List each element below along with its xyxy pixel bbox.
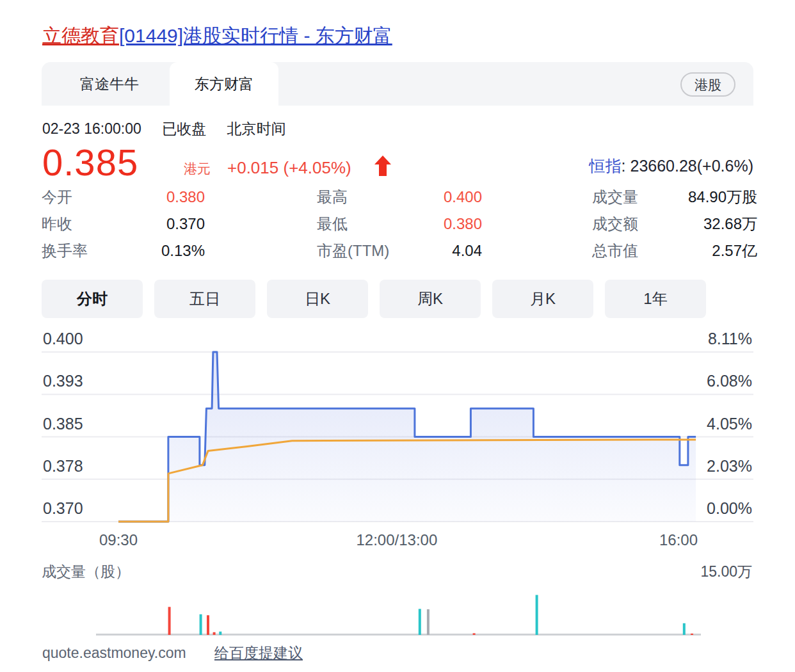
volume-chart[interactable] [42, 584, 753, 638]
y-axis-right-tick: 4.05% [707, 415, 752, 433]
stat-value: 0.13% [161, 242, 205, 260]
timezone-label: 北京时间 [227, 120, 286, 137]
stat-open: 今开 0.380 [42, 187, 205, 214]
market-status: 已收盘 [162, 120, 206, 137]
period-weekly[interactable]: 周K [380, 280, 481, 318]
stat-turnover-rate: 换手率 0.13% [42, 241, 205, 268]
y-axis-right-tick: 8.11% [708, 330, 752, 348]
stat-value: 0.370 [166, 215, 205, 233]
x-axis-tick: 09:30 [99, 531, 138, 548]
feedback-link[interactable]: 给百度提建议 [214, 644, 303, 661]
stats-col-2: 最高 0.400 最低 0.380 市盈(TTM) 4.04 [317, 187, 482, 268]
period-monthly[interactable]: 月K [492, 280, 593, 318]
y-axis-left-tick: 0.393 [43, 372, 83, 390]
index-value: : 23660.28(+0.6%) [622, 157, 753, 175]
y-axis-right-tick: 0.00% [707, 499, 752, 517]
y-axis-left-tick: 0.400 [43, 330, 83, 348]
volume-scale-label: 15.00万 [700, 562, 752, 582]
y-axis-left-tick: 0.385 [43, 415, 83, 433]
stats-col-3: 成交量 84.90万股 成交额 32.68万 总市值 2.57亿 [592, 187, 757, 268]
stat-value: 0.380 [444, 215, 482, 233]
stat-volume: 成交量 84.90万股 [592, 187, 757, 214]
volume-chart-svg [42, 584, 753, 638]
volume-bar [168, 607, 171, 635]
price-row: 0.385 港元 +0.015 (+4.05%) 恒指: 23660.28(+0… [42, 140, 753, 182]
stat-label: 昨收 [42, 214, 103, 234]
stat-label: 最低 [317, 214, 378, 234]
volume-bar [427, 609, 430, 635]
tab-eastmoney[interactable]: 东方财富 [170, 62, 278, 106]
volume-bar [419, 609, 421, 635]
stock-quote-page: 立德教育[01449]港股实时行情 - 东方财富 富途牛牛 东方财富 港股 02… [0, 0, 795, 672]
volume-bar [213, 632, 216, 635]
volume-bar [219, 632, 221, 635]
volume-bar [207, 615, 209, 635]
title-stock-name[interactable]: 立德教育 [42, 25, 119, 46]
stat-market-cap: 总市值 2.57亿 [592, 241, 757, 268]
source-domain: quote.eastmoney.com [42, 644, 186, 661]
page-footer: quote.eastmoney.com 给百度提建议 [42, 643, 303, 663]
period-1year[interactable]: 1年 [605, 280, 706, 318]
x-axis-tick: 12:00/13:00 [356, 531, 437, 548]
stat-value: 2.57亿 [712, 241, 757, 261]
volume-header: 成交量（股） 15.00万 [42, 562, 753, 582]
y-axis-left-tick: 0.378 [43, 457, 83, 475]
price-change: +0.015 (+4.05%) [227, 158, 351, 178]
stat-label: 总市值 [592, 241, 654, 261]
chart-period-tabs: 分时 五日 日K 周K 月K 1年 [42, 280, 753, 318]
stat-value: 4.04 [452, 242, 482, 260]
intraday-price-chart[interactable]: 0.4008.11%0.3936.08%0.3854.05%0.3782.03%… [42, 328, 753, 550]
period-intraday[interactable]: 分时 [42, 280, 143, 318]
stats-col-1: 今开 0.380 昨收 0.370 换手率 0.13% [42, 187, 205, 268]
volume-bar [691, 634, 693, 635]
stat-prev-close: 昨收 0.370 [42, 214, 205, 241]
page-title-link[interactable]: 立德教育[01449]港股实时行情 - 东方财富 [42, 23, 392, 49]
volume-bar [536, 595, 538, 635]
volume-bar [200, 614, 202, 635]
current-price: 0.385 [42, 143, 138, 182]
stat-label: 最高 [317, 187, 378, 207]
volume-bar [473, 633, 476, 635]
stat-label: 成交额 [592, 214, 654, 234]
stat-value: 0.380 [166, 188, 205, 206]
title-rest[interactable]: [01449]港股实时行情 - 东方财富 [119, 25, 392, 46]
x-axis-tick: 16:00 [659, 531, 698, 548]
stat-label: 换手率 [42, 241, 103, 261]
stat-amount: 成交额 32.68万 [592, 214, 757, 241]
index-link[interactable]: 恒指 [590, 157, 622, 175]
price-chart-svg: 0.4008.11%0.3936.08%0.3854.05%0.3782.03%… [42, 328, 753, 550]
up-arrow-icon [373, 155, 392, 179]
y-axis-left-tick: 0.370 [43, 499, 83, 517]
volume-bar [683, 623, 686, 635]
stat-value: 32.68万 [703, 214, 757, 234]
volume-label: 成交量（股） [42, 563, 130, 580]
stat-value: 0.400 [444, 188, 482, 206]
volume-baseline [96, 634, 701, 636]
stat-pe-ttm: 市盈(TTM) 4.04 [317, 241, 482, 268]
period-daily[interactable]: 日K [267, 280, 368, 318]
currency-label: 港元 [184, 160, 211, 178]
quote-datetime: 02-23 16:00:00 [42, 120, 141, 137]
stat-high: 最高 0.400 [317, 187, 482, 214]
stat-label: 成交量 [592, 187, 654, 207]
stat-low: 最低 0.380 [317, 214, 482, 241]
source-tabstrip: 富途牛牛 东方财富 港股 [42, 62, 753, 106]
hang-seng-index: 恒指: 23660.28(+0.6%) [590, 156, 753, 177]
period-5day[interactable]: 五日 [154, 280, 255, 318]
stat-label: 今开 [42, 187, 103, 207]
market-badge: 港股 [680, 72, 735, 97]
y-axis-right-tick: 2.03% [707, 457, 752, 475]
quote-time-row: 02-23 16:00:00 已收盘 北京时间 [42, 119, 303, 139]
y-axis-right-tick: 6.08% [707, 372, 752, 390]
stat-label: 市盈(TTM) [317, 241, 389, 261]
stat-value: 84.90万股 [688, 187, 757, 207]
tab-futu[interactable]: 富途牛牛 [49, 62, 170, 106]
